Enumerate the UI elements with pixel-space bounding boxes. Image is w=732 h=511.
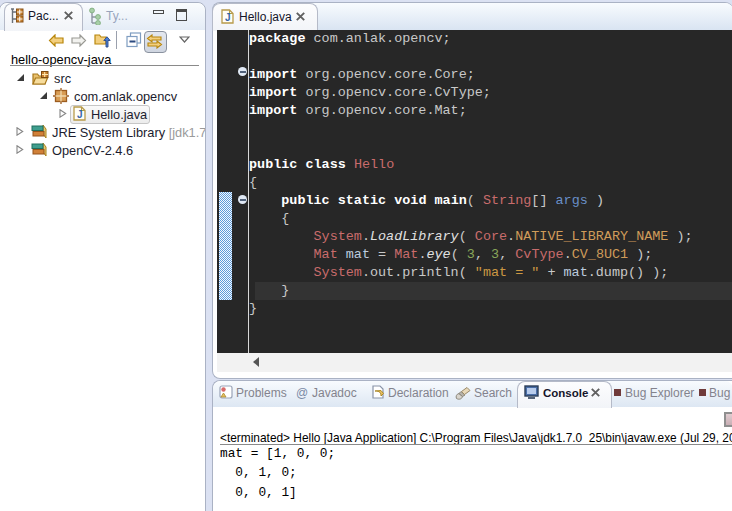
svg-text:J: J (225, 12, 231, 23)
svg-text:J: J (77, 109, 83, 120)
